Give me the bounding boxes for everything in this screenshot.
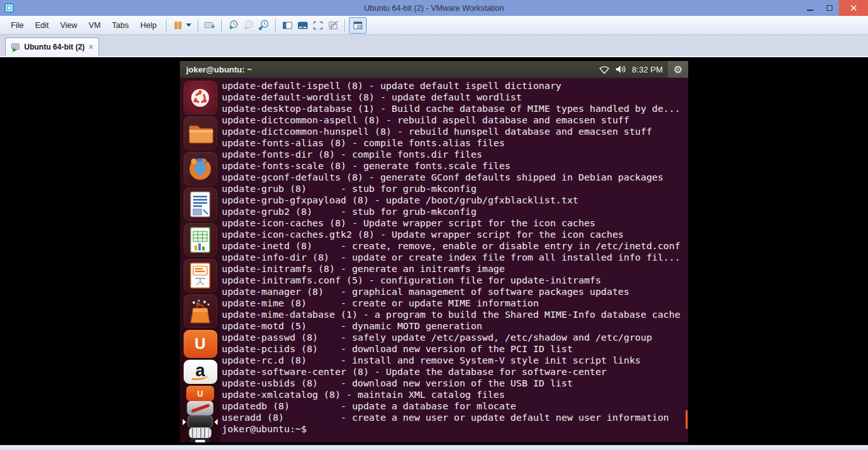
tab-close-icon[interactable]: × [88,44,93,50]
unity-mode-icon [328,20,339,31]
menu-help[interactable]: Help [135,18,163,33]
terminal-line: update-mime (8) - create or update MIME … [222,297,688,309]
menu-tabs[interactable]: Tabs [106,18,134,33]
manage-snapshots-icon [259,20,269,31]
fullscreen-button[interactable] [310,18,325,33]
vmware-logo-icon [4,3,14,13]
menu-file[interactable]: File [5,18,29,33]
session-gear-icon: ⚙ [674,64,682,76]
vm-tab-icon [11,43,20,52]
take-snapshot-icon [228,20,239,31]
tab-strip: Ubuntu 64-bit (2) × [0,35,868,56]
terminal-line: update-default-wordlist (8) - update def… [222,92,688,103]
firefox-icon [187,156,214,182]
panel-indicators: 8:32 PM ⚙ [599,61,688,78]
restore-button[interactable] [820,0,839,16]
terminal-line: update-fonts-dir (8) - compile fonts.dir… [222,149,688,160]
launcher-item-files[interactable] [184,116,217,150]
show-thumbnail-bar-button[interactable] [295,18,310,33]
terminal-line: update-grub (8) - stub for grub-mkconfig [222,183,688,194]
terminal-line: update-info-dir (8) - update or create i… [222,252,688,263]
terminal-line: update-rc.d (8) - install and remove Sys… [222,355,688,366]
launcher-item-libreoffice-impress[interactable] [184,259,217,292]
launcher-item-ubuntu-one-music[interactable]: U [186,386,214,401]
manage-snapshots-button[interactable] [256,18,271,33]
terminal-line: updatedb (8) - update a database for mlo… [222,400,688,412]
console-view-icon [353,20,363,31]
toolbar-separator [344,19,345,32]
menu-view[interactable]: View [55,18,83,33]
terminal-line: update-default-ispell (8) - update defau… [222,80,688,92]
terminal-line: update-dictcommon-hunspell (8) - rebuild… [222,126,688,137]
unity-mode-button[interactable] [325,18,341,33]
terminal-line: update-grub-gfxpayload (8) - update /boo… [222,194,688,206]
restore-icon [827,5,832,11]
console-view-button[interactable] [349,17,367,34]
terminal-window[interactable]: update-default-ispell (8) - update defau… [220,78,688,442]
menu-edit[interactable]: Edit [29,18,55,33]
amazon-smile-icon [192,374,208,380]
terminal-line: update-pciids (8) - download new version… [222,343,688,355]
launcher-item-dash-home[interactable] [184,81,217,114]
launcher-item-libreoffice-writer[interactable] [184,188,217,221]
launcher-item-libreoffice-calc[interactable] [184,223,217,257]
software-center-bag-icon [186,297,214,325]
launcher-item-workspace-keys[interactable] [189,428,211,438]
terminal-line: update-initramfs.conf (5) - configuratio… [222,275,688,286]
launcher-item-amazon[interactable]: a [184,360,217,384]
thumbnail-bar-icon [297,20,308,31]
revert-snapshot-button[interactable] [241,18,256,33]
show-library-button[interactable] [280,18,295,33]
send-ctrl-alt-del-button[interactable] [202,18,217,33]
tab-label: Ubuntu 64-bit (2) [24,43,85,51]
terminal-line: update-passwd (8) - safely update /etc/p… [222,332,688,343]
terminal-line: update-icon-caches (8) - Update wrapper … [222,217,688,229]
titlebar: Ubuntu 64-bit (2) - VMware Workstation [0,0,868,16]
toolbar-separator [166,19,166,32]
menubar: File Edit View VM Tabs Help [0,16,868,35]
launcher-item-ubuntu-one[interactable]: U [184,330,217,358]
clock-indicator[interactable]: 8:32 PM [632,65,663,74]
take-snapshot-button[interactable] [226,18,241,33]
launcher-item-backup-floppy[interactable] [191,438,210,442]
launcher-item-ubuntu-software-center[interactable] [184,294,217,328]
network-icon[interactable] [599,65,610,74]
launcher-item-firefox[interactable] [184,152,217,186]
launcher-item-system-settings[interactable] [187,401,213,415]
terminal-line: update-fonts-alias (8) - compile fonts.a… [222,137,688,149]
tab-ubuntu-64-bit-2[interactable]: Ubuntu 64-bit (2) × [5,38,99,56]
suspend-button[interactable] [170,18,186,33]
terminal-line: useradd (8) - create a new user or updat… [222,412,688,423]
launcher-item-terminal[interactable] [187,415,213,428]
status-bar [0,445,868,450]
terminal-line: update-manager (8) - graphical managemen… [222,286,688,297]
ubuntu-top-panel: joker@ubuntu: ~ 8:32 PM ⚙ [180,61,688,78]
libreoffice-writer-icon [187,191,214,219]
vm-console-area: joker@ubuntu: ~ 8:32 PM ⚙ [0,57,868,445]
window-controls [801,0,868,16]
running-indicator-arrow [182,419,186,425]
terminal-scrollbar-thumb[interactable] [686,410,688,429]
suspend-pause-icon [173,20,183,31]
libreoffice-impress-icon [187,262,214,290]
revert-snapshot-icon [243,20,254,31]
toolbar-separator [198,19,198,32]
ubuntu-logo-icon [187,85,213,111]
volume-icon[interactable] [615,64,627,74]
session-menu[interactable]: ⚙ [668,61,688,78]
fullscreen-icon [313,20,323,31]
ubuntu-one-u-glyph: U [194,335,205,353]
vm-screen[interactable]: joker@ubuntu: ~ 8:32 PM ⚙ [180,61,688,442]
close-button[interactable] [839,0,868,16]
terminal-line: update-usbids (8) - download new version… [222,378,688,389]
menu-vm[interactable]: VM [83,18,107,33]
minimize-button[interactable] [801,0,820,16]
focused-indicator-arrow [214,419,217,425]
panel-window-title: joker@ubuntu: ~ [186,65,252,74]
suspend-dropdown-caret[interactable] [186,24,191,27]
ctrl-alt-del-icon [204,20,215,31]
minimize-icon [807,10,813,11]
music-u-glyph: U [198,389,203,399]
library-panel-icon [282,20,293,31]
terminal-line: update-mime-database (1) - a program to … [222,309,688,320]
